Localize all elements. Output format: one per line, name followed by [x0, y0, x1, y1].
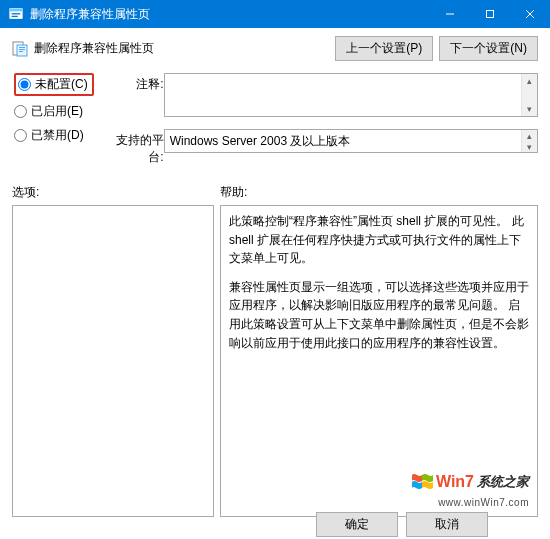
svg-rect-2 — [12, 13, 21, 14]
dialog-body: 删除程序兼容性属性页 上一个设置(P) 下一个设置(N) 未配置(C) 已启用(… — [0, 28, 550, 527]
maximize-button[interactable] — [470, 0, 510, 28]
help-para-2: 兼容性属性页显示一组选项，可以选择这些选项并应用于应用程序，以解决影响旧版应用程… — [229, 278, 529, 352]
windows-flag-icon — [411, 473, 433, 491]
next-setting-button[interactable]: 下一个设置(N) — [439, 36, 538, 61]
svg-rect-10 — [19, 47, 25, 48]
ok-button[interactable]: 确定 — [316, 512, 398, 537]
scroll-down-icon[interactable]: ▾ — [522, 141, 538, 152]
svg-rect-5 — [487, 11, 494, 18]
help-panel: 此策略控制“程序兼容性”属性页 shell 扩展的可见性。 此 shell 扩展… — [220, 205, 538, 517]
comment-label: 注释: — [106, 73, 164, 93]
radio-disabled-input[interactable] — [14, 129, 27, 142]
scroll-up-icon[interactable]: ▴ — [522, 74, 538, 88]
comment-textbox[interactable]: ▴ ▾ — [164, 73, 538, 117]
policy-title: 删除程序兼容性属性页 — [34, 40, 335, 57]
radio-enabled-label: 已启用(E) — [31, 103, 83, 120]
help-para-1: 此策略控制“程序兼容性”属性页 shell 扩展的可见性。 此 shell 扩展… — [229, 212, 529, 268]
platform-label: 支持的平台: — [106, 129, 164, 166]
radio-disabled[interactable]: 已禁用(D) — [14, 127, 94, 144]
close-button[interactable] — [510, 0, 550, 28]
watermark-text-2: 系统之家 — [477, 472, 529, 492]
radio-not-configured-label: 未配置(C) — [35, 76, 88, 93]
highlight-box: 未配置(C) — [14, 73, 94, 96]
svg-rect-3 — [12, 16, 18, 17]
watermark-url: www.winWin7.com — [438, 495, 529, 511]
watermark-text-1: Win7 — [436, 470, 474, 495]
platform-value: Windows Server 2003 及以上版本 — [170, 133, 351, 150]
config-radio-group: 未配置(C) 已启用(E) 已禁用(D) — [12, 73, 94, 166]
radio-enabled-input[interactable] — [14, 105, 27, 118]
previous-setting-button[interactable]: 上一个设置(P) — [335, 36, 433, 61]
scroll-up-icon[interactable]: ▴ — [522, 130, 538, 141]
options-label: 选项: — [12, 184, 220, 201]
watermark: Win7系统之家 www.winWin7.com — [411, 470, 529, 510]
svg-rect-1 — [10, 9, 22, 12]
cancel-button[interactable]: 取消 — [406, 512, 488, 537]
window-title: 删除程序兼容性属性页 — [30, 6, 430, 23]
platform-textbox: Windows Server 2003 及以上版本 ▴ ▾ — [164, 129, 538, 153]
minimize-button[interactable] — [430, 0, 470, 28]
svg-rect-11 — [19, 49, 25, 50]
svg-rect-12 — [19, 51, 23, 52]
radio-not-configured[interactable]: 未配置(C) — [18, 76, 88, 93]
radio-enabled[interactable]: 已启用(E) — [14, 103, 94, 120]
platform-scrollbar[interactable]: ▴ ▾ — [521, 130, 537, 152]
svg-rect-9 — [17, 45, 27, 56]
help-label: 帮助: — [220, 184, 247, 201]
policy-icon — [12, 41, 28, 57]
titlebar: 删除程序兼容性属性页 — [0, 0, 550, 28]
app-icon — [8, 6, 24, 22]
comment-scrollbar[interactable]: ▴ ▾ — [521, 74, 537, 116]
radio-disabled-label: 已禁用(D) — [31, 127, 84, 144]
radio-not-configured-input[interactable] — [18, 78, 31, 91]
scroll-down-icon[interactable]: ▾ — [522, 102, 538, 116]
options-panel — [12, 205, 214, 517]
dialog-footer: 确定 取消 — [316, 509, 488, 539]
